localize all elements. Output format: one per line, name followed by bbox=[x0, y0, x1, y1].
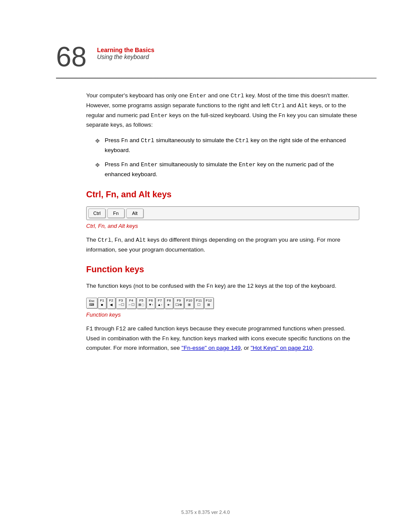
bullet-text-2: Press Fn and Enter simultaneously to sim… bbox=[105, 160, 359, 179]
bullet-list: ❖ Press Fn and Ctrl simultaneously to si… bbox=[95, 136, 359, 179]
header-text: Learning the Basics Using the keyboard bbox=[97, 43, 154, 60]
f11-key: F11☐ bbox=[194, 297, 204, 309]
f7-key: F7▲◦ bbox=[156, 297, 164, 309]
esc-key: Esc⌨ bbox=[86, 298, 97, 309]
diamond-icon-2: ❖ bbox=[95, 160, 100, 170]
header-area: 68 Learning the Basics Using the keyboar… bbox=[0, 0, 411, 78]
footer: 5.375 x 8.375 ver 2.4.0 bbox=[0, 510, 411, 515]
ctrl-keys-caption: Ctrl, Fn, and Alt keys bbox=[86, 223, 359, 229]
fn-esse-link[interactable]: "Fn-esse" on page 149 bbox=[181, 345, 240, 351]
f8-key: F8♦◦ bbox=[165, 297, 173, 309]
chapter-title: Learning the Basics bbox=[97, 47, 154, 53]
f12-key: F12⊞ bbox=[204, 297, 214, 309]
function-body-text: F1 through F12 are called function keys … bbox=[86, 324, 359, 353]
bullet-item-1: ❖ Press Fn and Ctrl simultaneously to si… bbox=[95, 136, 359, 155]
f10-key: F10⊞ bbox=[184, 297, 194, 309]
function-keys-image: Esc⌨ F1■ F2◀ F3→☐ F4←☐ F5⊞◌ F6▼◦ F7▲◦ F8… bbox=[86, 297, 359, 309]
bullet-item-2: ❖ Press Fn and Enter simultaneously to s… bbox=[95, 160, 359, 179]
ctrl-key: Ctrl bbox=[88, 208, 106, 218]
page: 68 Learning the Basics Using the keyboar… bbox=[0, 0, 411, 532]
intro-paragraph: Your computer's keyboard has only one En… bbox=[86, 91, 359, 130]
page-number: 68 bbox=[56, 43, 87, 71]
ctrl-section-title: Ctrl, Fn, and Alt keys bbox=[86, 190, 359, 199]
f5-key: F5⊞◌ bbox=[137, 297, 146, 309]
function-keys-caption: Function keys bbox=[86, 311, 359, 318]
f6-key: F6▼◦ bbox=[146, 297, 155, 309]
f9-key: F9☐/⊕ bbox=[174, 297, 184, 309]
f2-key: F2◀ bbox=[107, 297, 115, 309]
function-intro: The function keys (not to be confused wi… bbox=[86, 281, 359, 291]
fn-key: Fn bbox=[107, 208, 125, 218]
hot-keys-link[interactable]: "Hot Keys" on page 210 bbox=[251, 345, 312, 351]
f4-key: F4←☐ bbox=[126, 297, 136, 309]
diamond-icon-1: ❖ bbox=[95, 136, 100, 146]
f3-key: F3→☐ bbox=[116, 297, 126, 309]
f1-key: F1■ bbox=[98, 297, 106, 309]
alt-key: Alt bbox=[126, 208, 143, 218]
ctrl-fn-alt-keys-image: Ctrl Fn Alt bbox=[86, 206, 359, 220]
content-area: Your computer's keyboard has only one En… bbox=[0, 79, 411, 353]
ctrl-body-text: The Ctrl, Fn, and Alt keys do different … bbox=[86, 235, 359, 254]
chapter-subtitle: Using the keyboard bbox=[97, 53, 154, 60]
function-section-title: Function keys bbox=[86, 264, 359, 274]
bullet-text-1: Press Fn and Ctrl simultaneously to simu… bbox=[105, 136, 359, 155]
